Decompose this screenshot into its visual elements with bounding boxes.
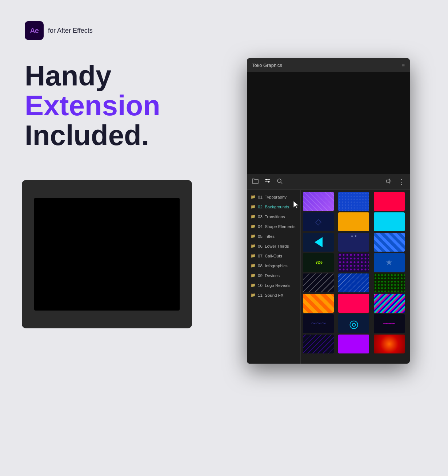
chevron-shape: «» <box>315 258 321 267</box>
thumbnail-18[interactable] <box>374 294 405 313</box>
thumbnail-21[interactable] <box>374 314 405 333</box>
panel-preview <box>247 72 410 174</box>
thumbnail-3[interactable] <box>374 192 405 211</box>
more-toolbar-icon[interactable]: ⋮ <box>398 178 405 186</box>
folder-icon-10: 📁 <box>251 283 256 288</box>
folder-icon-3: 📁 <box>251 214 256 219</box>
list-item-label-11: 11. Sound FX <box>258 293 283 297</box>
speaker-toolbar-icon[interactable] <box>386 178 392 185</box>
thumbnail-16[interactable] <box>303 294 334 313</box>
folder-icon-5: 📁 <box>251 234 256 239</box>
list-item-shape-elements[interactable]: 📁 04. Shape Elements <box>247 221 300 231</box>
panel-menu-icon[interactable]: ≡ <box>402 62 405 68</box>
thumbnail-2[interactable] <box>338 192 369 211</box>
list-item-label-1: 01. Typography <box>258 195 287 199</box>
folder-icon-2: 📁 <box>251 204 256 209</box>
panel-header: Toko Graphics ≡ <box>247 58 410 72</box>
thumbnails-grid: «» <box>301 190 410 364</box>
list-item-logo-reveals[interactable]: 📁 10. Logo Reveals <box>247 280 300 290</box>
thumbnail-12[interactable] <box>374 253 405 272</box>
cyan-arrow-shape <box>315 237 323 247</box>
svg-point-3 <box>268 181 269 183</box>
sliders-toolbar-icon[interactable] <box>264 178 271 185</box>
ae-icon-text: Ae <box>30 27 39 35</box>
hero-line3: Included. <box>25 121 160 151</box>
panel-title: Toko Graphics <box>252 63 399 68</box>
list-item-devices[interactable]: 📁 09. Devices <box>247 271 300 280</box>
list-item-label-2: 02. Backgrounds <box>258 205 289 209</box>
list-item-label-8: 08. Infographics <box>258 264 288 268</box>
thumbnail-8[interactable] <box>338 233 369 252</box>
monitor-frame <box>22 180 192 328</box>
list-item-label-6: 06. Lower Thirds <box>258 244 289 248</box>
list-item-label-5: 05. Titles <box>258 234 275 239</box>
thumbnail-20[interactable] <box>338 314 369 333</box>
list-item-typography[interactable]: 📁 01. Typography <box>247 192 300 202</box>
svg-point-1 <box>266 179 267 180</box>
hero-line2: Extension <box>25 91 160 121</box>
list-item-label-10: 10. Logo Reveals <box>258 283 291 288</box>
thumbnail-1[interactable] <box>303 192 334 211</box>
folder-icon-7: 📁 <box>251 253 256 258</box>
hero-text: Handy Extension Included. <box>25 61 160 151</box>
thumbnail-10[interactable]: «» <box>303 253 334 272</box>
list-item-infographics[interactable]: 📁 08. Infographics <box>247 261 300 271</box>
thumbnail-23[interactable] <box>338 335 369 353</box>
hero-line1: Handy <box>25 61 160 91</box>
folder-toolbar-icon[interactable] <box>252 178 259 185</box>
list-item-label-4: 04. Shape Elements <box>258 224 296 229</box>
list-item-sound-fx[interactable]: 📁 11. Sound FX <box>247 290 300 300</box>
thumbnail-6[interactable] <box>374 212 405 231</box>
thumbnail-22[interactable] <box>303 335 334 353</box>
ae-icon: Ae <box>25 21 44 40</box>
thumbnail-19[interactable] <box>303 314 334 333</box>
folder-icon-1: 📁 <box>251 195 256 199</box>
list-item-titles[interactable]: 📁 05. Titles <box>247 231 300 241</box>
svg-line-5 <box>281 182 282 184</box>
extension-panel: Toko Graphics ≡ <box>247 58 410 364</box>
panel-body: 📁 01. Typography 📁 02. Backgrounds 📁 03.… <box>247 190 410 364</box>
folder-icon-8: 📁 <box>251 263 256 268</box>
list-item-label-9: 09. Devices <box>258 273 280 278</box>
svg-marker-6 <box>387 179 390 183</box>
sidebar-list: 📁 01. Typography 📁 02. Backgrounds 📁 03.… <box>247 190 301 364</box>
thumbnail-24[interactable] <box>374 335 405 353</box>
list-item-backgrounds[interactable]: 📁 02. Backgrounds <box>247 202 300 212</box>
ae-tagline: for After Effects <box>48 27 93 35</box>
search-toolbar-icon[interactable] <box>277 178 283 185</box>
thumbnail-11[interactable] <box>338 253 369 272</box>
folder-icon-9: 📁 <box>251 273 256 278</box>
thumbnail-17[interactable] <box>338 294 369 313</box>
folder-icon-6: 📁 <box>251 244 256 248</box>
thumbnail-15[interactable] <box>374 273 405 292</box>
thumbnail-5[interactable] <box>338 212 369 231</box>
folder-icon-4: 📁 <box>251 224 256 229</box>
monitor-screen <box>34 198 180 311</box>
thumbnail-14[interactable] <box>338 273 369 292</box>
panel-toolbar: ⋮ <box>247 174 410 190</box>
list-item-lower-thirds[interactable]: 📁 06. Lower Thirds <box>247 241 300 251</box>
svg-point-4 <box>277 179 281 183</box>
list-item-label-7: 07. Call-Outs <box>258 254 282 258</box>
list-item-transitions[interactable]: 📁 03. Transitions <box>247 212 300 221</box>
ae-badge: Ae for After Effects <box>25 21 93 40</box>
thumbnail-9[interactable] <box>374 233 405 252</box>
thumbnail-13[interactable] <box>303 273 334 292</box>
thumbnail-4[interactable] <box>303 212 334 231</box>
list-item-label-3: 03. Transitions <box>258 215 285 219</box>
folder-icon-11: 📁 <box>251 293 256 297</box>
list-item-call-outs[interactable]: 📁 07. Call-Outs <box>247 251 300 261</box>
thumbnail-7[interactable] <box>303 233 334 252</box>
